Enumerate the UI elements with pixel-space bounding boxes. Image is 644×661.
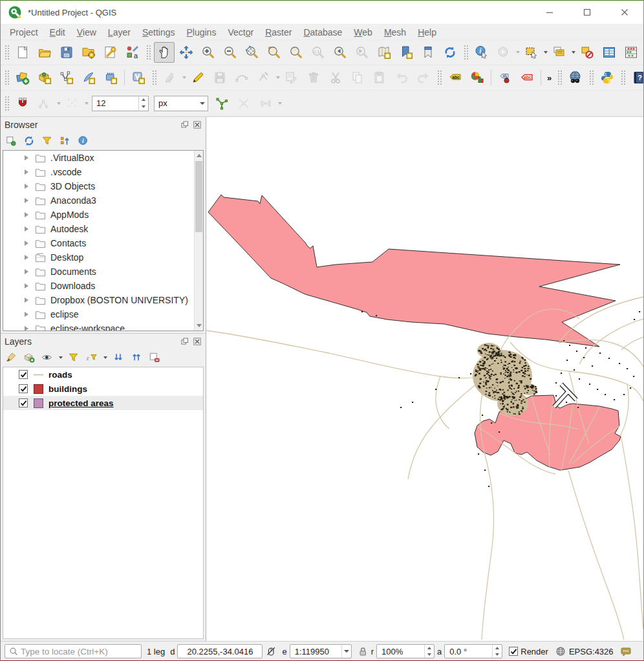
expand-arrow-icon[interactable] [25, 198, 28, 203]
expand-arrow-icon[interactable] [25, 155, 28, 160]
project-properties-button[interactable] [100, 42, 121, 63]
toolbar-grip[interactable] [463, 44, 469, 61]
scale-dropdown-icon[interactable] [341, 645, 351, 658]
topological-editing-button[interactable] [211, 93, 232, 114]
mouse-extent-toggle-icon[interactable] [265, 645, 277, 657]
browser-float-button[interactable] [180, 120, 189, 129]
browser-properties-button[interactable]: i [76, 133, 91, 149]
layers-close-button[interactable] [192, 336, 202, 346]
menu-view[interactable]: View [71, 26, 102, 39]
messages-bubble-icon[interactable] [620, 645, 632, 657]
scrollbar-thumb[interactable] [195, 161, 202, 232]
new-bookmark-button[interactable] [396, 42, 416, 63]
toolbar-grip[interactable] [4, 69, 10, 86]
close-button[interactable] [606, 1, 643, 24]
open-project-button[interactable] [34, 42, 55, 63]
crs-globe-icon[interactable] [555, 645, 566, 657]
toolbar-grip[interactable] [436, 69, 442, 86]
menu-project[interactable]: Project [4, 26, 44, 39]
locate-search-input[interactable]: Type to locate (Ctrl+K) [5, 644, 142, 658]
expand-arrow-icon[interactable] [25, 184, 28, 189]
expand-arrow-icon[interactable] [25, 326, 28, 330]
layer-visibility-checkbox[interactable] [19, 398, 28, 407]
browser-item-appmods[interactable]: AppMods [3, 208, 194, 222]
metasearch-button[interactable] [565, 67, 586, 88]
toolbar-grip[interactable] [557, 69, 563, 86]
pin-labels-button[interactable]: ab [495, 67, 515, 88]
toolbar-grip[interactable] [151, 69, 157, 86]
new-project-button[interactable] [12, 42, 33, 63]
expand-arrow-icon[interactable] [25, 212, 28, 217]
toolbar-grip[interactable] [588, 69, 594, 86]
unplaced-labels-button[interactable]: abc [517, 67, 537, 88]
expand-arrow-icon[interactable] [25, 312, 28, 317]
browser-item--virtualbox[interactable]: .VirtualBox [3, 151, 194, 165]
field-calculator-button[interactable] [621, 42, 641, 63]
deselect-all-button[interactable] [577, 42, 597, 63]
new-map-view-button[interactable] [374, 42, 394, 63]
select-by-value-dropdown-icon[interactable] [570, 43, 576, 62]
browser-item-anaconda3[interactable]: Anaconda3 [3, 193, 194, 208]
new-shapefile-button[interactable] [56, 67, 77, 88]
render-checkbox[interactable] [509, 647, 518, 656]
expand-arrow-icon[interactable] [25, 283, 28, 288]
menu-layer[interactable]: Layer [102, 26, 136, 39]
new-memory-layer-button[interactable] [100, 67, 121, 88]
map-themes-dropdown-icon[interactable] [58, 348, 63, 367]
menu-vector[interactable]: Vector [222, 26, 259, 39]
crs-value[interactable]: EPSG:4326 [569, 647, 614, 656]
refresh-browser-button[interactable] [21, 133, 37, 149]
layer-diagram-button[interactable] [467, 67, 488, 88]
layer-row-roads[interactable]: roads [3, 367, 203, 382]
browser-item-contacts[interactable]: Contacts [3, 236, 194, 250]
filter-browser-button[interactable] [39, 133, 55, 149]
select-features-dropdown-icon[interactable] [542, 43, 548, 62]
coordinate-input[interactable]: 20.2255,-34.0416 [177, 644, 263, 658]
snapping-tolerance-spinbox[interactable]: 12 [92, 96, 149, 111]
new-geopackage-button[interactable] [34, 67, 55, 88]
menu-web[interactable]: Web [348, 26, 378, 39]
zoom-to-selection-button[interactable] [264, 42, 284, 63]
remove-layer-button[interactable] [147, 350, 162, 365]
filter-legend-button[interactable] [66, 350, 81, 365]
expand-arrow-icon[interactable] [25, 241, 28, 246]
pan-to-selection-button[interactable] [176, 42, 197, 63]
snapping-unit-select[interactable]: px [154, 96, 208, 111]
refresh-map-button[interactable] [440, 42, 460, 63]
minimize-button[interactable] [531, 1, 568, 24]
browser-item-desktop[interactable]: Desktop [3, 250, 194, 265]
select-features-button[interactable] [521, 42, 542, 63]
expand-arrow-icon[interactable] [25, 169, 28, 175]
expand-arrow-icon[interactable] [25, 255, 28, 260]
toolbar-grip[interactable] [145, 44, 151, 61]
help-contents-button[interactable]: ? [628, 67, 644, 88]
menu-database[interactable]: Database [297, 26, 348, 39]
identify-features-button[interactable]: i [471, 42, 492, 63]
collapse-browser-button[interactable] [58, 133, 73, 149]
expand-arrow-icon[interactable] [25, 269, 28, 274]
layer-visibility-checkbox[interactable] [19, 384, 28, 393]
toolbar-overflow-icon[interactable]: » [544, 73, 555, 83]
pan-map-button[interactable] [154, 42, 175, 63]
new-virtual-layer-button[interactable] [128, 67, 149, 88]
add-selected-layers-button[interactable] [3, 133, 19, 149]
filter-expression-button[interactable]: ε [84, 350, 100, 365]
menu-raster[interactable]: Raster [259, 26, 297, 39]
menu-plugins[interactable]: Plugins [180, 26, 222, 39]
show-bookmarks-button[interactable] [418, 42, 438, 63]
collapse-all-button[interactable] [129, 350, 144, 365]
scroll-down-icon[interactable] [195, 321, 203, 330]
layer-row-buildings[interactable]: buildings [3, 382, 203, 396]
zoom-in-button[interactable] [198, 42, 219, 63]
browser-item-3d-objects[interactable]: 3D Objects [3, 179, 194, 193]
filter-expression-dropdown-icon[interactable] [102, 348, 108, 367]
menu-settings[interactable]: Settings [136, 26, 181, 39]
zoom-out-button[interactable] [220, 42, 241, 63]
style-manager-button[interactable]: a [122, 42, 143, 63]
browser-item-autodesk[interactable]: Autodesk [3, 222, 194, 236]
zoom-to-layer-button[interactable] [286, 42, 306, 63]
panel-splitter-handle[interactable]: ······ [97, 325, 116, 331]
expand-arrow-icon[interactable] [25, 226, 28, 232]
browser-item--vscode[interactable]: .vscode [3, 165, 194, 179]
rotation-spinbox[interactable]: 0.0 ° [444, 644, 502, 658]
